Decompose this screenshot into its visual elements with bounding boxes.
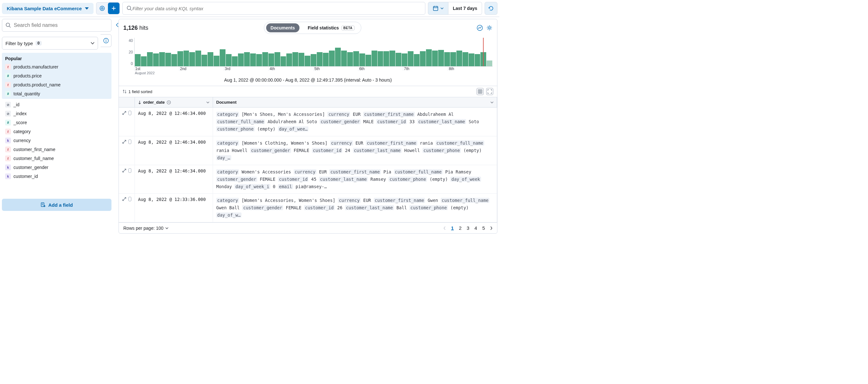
histogram-bar[interactable] (208, 52, 213, 67)
histogram-bar[interactable] (347, 52, 353, 67)
histogram-bar[interactable] (408, 51, 413, 66)
histogram-bar[interactable] (390, 50, 395, 66)
histogram-bar[interactable] (281, 56, 286, 66)
histogram-bar[interactable] (299, 53, 304, 66)
page-5[interactable]: 5 (483, 225, 485, 231)
histogram-bar[interactable] (396, 53, 401, 66)
field-info-button[interactable] (100, 34, 112, 47)
histogram-bar[interactable] (159, 52, 165, 67)
page-2[interactable]: 2 (459, 225, 462, 231)
histogram-bar[interactable] (189, 52, 195, 67)
fullscreen-button[interactable] (486, 88, 493, 95)
query-bar[interactable] (122, 2, 425, 15)
page-1[interactable]: 1 (451, 225, 454, 231)
histogram-bar[interactable] (262, 52, 268, 67)
filter-icon-button[interactable] (96, 3, 108, 14)
field-item[interactable]: # _score (2, 118, 112, 127)
page-3[interactable]: 3 (467, 225, 469, 231)
expand-row-button[interactable] (122, 111, 126, 115)
tab-field-statistics[interactable]: Field statistics BETA (303, 23, 359, 32)
field-item[interactable]: # total_quantity (2, 89, 112, 98)
field-item[interactable]: ⊘ _id (2, 100, 112, 109)
field-search[interactable] (2, 19, 112, 32)
histogram-bar[interactable] (256, 54, 262, 66)
expand-row-button[interactable] (122, 168, 126, 173)
histogram-bar[interactable] (341, 50, 347, 66)
date-picker-button[interactable] (428, 2, 448, 15)
histogram-bar[interactable] (250, 54, 256, 66)
field-item[interactable]: t customer_first_name (2, 145, 112, 154)
field-item[interactable]: t products.manufacturer (2, 62, 112, 71)
histogram-bar[interactable] (153, 54, 159, 66)
histogram-bar[interactable] (383, 51, 389, 66)
field-item[interactable]: k customer_gender (2, 163, 112, 172)
histogram-bar[interactable] (360, 54, 365, 66)
histogram-bar[interactable] (292, 52, 298, 67)
histogram-bar[interactable] (305, 56, 310, 66)
histogram-bar[interactable] (172, 54, 177, 66)
column-order-date[interactable]: order_date (135, 97, 213, 107)
histogram-bar[interactable] (226, 54, 231, 66)
field-item[interactable]: # products.price (2, 71, 112, 80)
page-next[interactable] (490, 226, 493, 230)
row-checkbox[interactable] (128, 111, 131, 115)
histogram-bar[interactable] (323, 53, 329, 66)
expand-row-button[interactable] (122, 197, 126, 201)
histogram-bar[interactable] (195, 50, 201, 66)
field-item[interactable]: t customer_full_name (2, 154, 112, 163)
histogram-bar[interactable] (402, 54, 407, 66)
histogram-bar[interactable] (238, 54, 244, 66)
field-item[interactable]: t products.product_name (2, 80, 112, 89)
field-item[interactable]: ⊘ _index (2, 109, 112, 118)
histogram-bar[interactable] (244, 52, 250, 67)
histogram-bar[interactable] (426, 49, 432, 66)
histogram-bar[interactable] (463, 52, 468, 67)
settings-button[interactable] (486, 25, 493, 31)
histogram-bar[interactable] (469, 54, 474, 66)
histogram-bar[interactable] (202, 55, 207, 66)
histogram-bar[interactable] (147, 52, 153, 67)
histogram-bar[interactable] (450, 52, 456, 67)
row-checkbox[interactable] (128, 140, 131, 144)
histogram-bar[interactable] (275, 52, 280, 67)
expand-row-button[interactable] (122, 140, 126, 144)
histogram-bar[interactable] (444, 52, 450, 67)
column-menu-icon[interactable] (206, 101, 210, 103)
row-checkbox[interactable] (128, 168, 131, 173)
histogram-bar[interactable] (178, 51, 183, 66)
histogram-bar[interactable] (317, 52, 322, 67)
histogram-bar[interactable] (214, 56, 219, 66)
rows-per-page[interactable]: Rows per page: 100 (123, 225, 168, 231)
refresh-button[interactable] (485, 2, 497, 15)
histogram-bar[interactable] (457, 50, 462, 66)
histogram-bar[interactable] (220, 49, 225, 66)
query-input[interactable] (132, 6, 421, 11)
histogram-bar[interactable] (487, 61, 492, 66)
histogram-bar[interactable] (414, 54, 420, 66)
date-range-label[interactable]: Last 7 days (448, 2, 482, 15)
field-item[interactable]: k customer_id (2, 172, 112, 181)
sort-indicator[interactable]: 1 field sorted (123, 89, 152, 94)
histogram-bar[interactable] (378, 51, 383, 66)
field-item[interactable]: k currency (2, 136, 112, 145)
tab-documents[interactable]: Documents (266, 23, 300, 32)
chart-options-button[interactable] (476, 25, 483, 31)
page-4[interactable]: 4 (474, 225, 477, 231)
histogram-bar[interactable] (420, 51, 426, 66)
add-field-button[interactable]: Add a field (2, 199, 112, 211)
histogram-bar[interactable] (269, 54, 274, 66)
histogram-bar[interactable] (432, 50, 438, 66)
column-document[interactable]: Document (213, 97, 497, 107)
histogram-bar[interactable] (475, 54, 480, 66)
histogram-bar[interactable] (232, 56, 238, 66)
histogram-bar[interactable] (184, 50, 189, 66)
histogram-bar[interactable] (165, 53, 171, 66)
field-item[interactable]: t category (2, 127, 112, 136)
histogram-bar[interactable] (372, 50, 377, 66)
collapse-sidebar-button[interactable] (115, 22, 120, 28)
histogram-bar[interactable] (335, 48, 341, 66)
histogram-bar[interactable] (366, 55, 371, 66)
filter-by-type[interactable]: Filter by type 0 (2, 37, 98, 49)
row-checkbox[interactable] (128, 197, 131, 201)
histogram-bar[interactable] (311, 54, 316, 66)
